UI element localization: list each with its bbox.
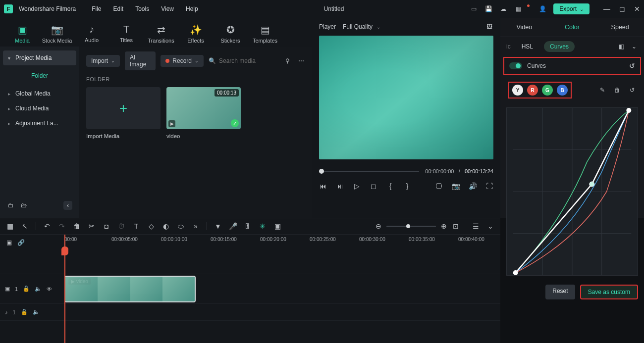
auto-beat-icon[interactable]: ✳ — [259, 222, 267, 230]
grid-icon[interactable]: ▦ — [6, 222, 14, 230]
prev-frame-icon[interactable]: ⏮ — [319, 182, 327, 190]
mark-in-icon[interactable]: { — [386, 182, 394, 190]
tab-transitions[interactable]: ⇄Transitions — [144, 21, 178, 47]
menu-edit[interactable]: Edit — [113, 5, 124, 12]
undo-icon[interactable]: ↶ — [43, 222, 51, 230]
sidebar-adjustment-layer[interactable]: ▸Adjustment La... — [3, 116, 76, 131]
list-view-icon[interactable]: ☰ — [472, 222, 480, 230]
track-lane-spacer[interactable] — [64, 251, 500, 274]
reset-button[interactable]: Reset — [545, 285, 575, 299]
curves-graph[interactable] — [506, 107, 638, 276]
delete-icon[interactable]: 🗑 — [73, 222, 81, 230]
step-back-icon[interactable]: ⏯ — [336, 182, 344, 190]
user-icon[interactable]: 👤 — [538, 5, 546, 13]
delete-point-icon[interactable]: 🗑 — [613, 86, 621, 94]
menu-help[interactable]: Help — [186, 5, 198, 12]
audio-track-lane[interactable] — [64, 304, 500, 321]
fullscreen-icon[interactable]: ⛶ — [485, 182, 493, 190]
tab-stock-media[interactable]: 📷Stock Media — [40, 21, 74, 47]
export-button[interactable]: Export ⌄ — [553, 3, 590, 14]
tab-video[interactable]: Video — [500, 18, 548, 37]
reset-icon[interactable]: ↺ — [628, 86, 636, 94]
tab-color[interactable]: Color — [548, 18, 596, 37]
subtab-curves[interactable]: Curves — [544, 41, 575, 52]
video-track-header[interactable]: ▣ 1 🔓 🔈 👁 — [0, 274, 64, 304]
zoom-out-icon[interactable]: ⊖ — [375, 222, 382, 230]
tab-titles[interactable]: TTitles — [109, 21, 144, 47]
import-media-tile[interactable]: + Import Media — [86, 87, 161, 139]
sidebar-cloud-media[interactable]: ▸Cloud Media — [3, 101, 76, 116]
track-lock-icon[interactable]: 🔓 — [23, 286, 30, 292]
save-icon[interactable]: 💾 — [484, 5, 492, 13]
close-icon[interactable]: ✕ — [634, 5, 640, 13]
channel-green[interactable]: G — [542, 85, 553, 96]
cut-icon[interactable]: ✂ — [88, 222, 96, 230]
compare-icon[interactable]: ◧ — [617, 43, 625, 50]
menu-file[interactable]: File — [92, 5, 101, 12]
track-mute-icon[interactable]: 🔈 — [33, 309, 40, 315]
link-icon[interactable]: 🔗 — [17, 239, 25, 246]
curves-toggle[interactable] — [509, 62, 522, 69]
zoom-slider[interactable] — [386, 226, 436, 227]
playhead[interactable] — [64, 235, 65, 343]
scrub-track[interactable] — [319, 171, 419, 172]
tab-audio[interactable]: ♪Audio — [74, 21, 109, 47]
minimize-icon[interactable]: — — [603, 5, 610, 13]
menu-tools[interactable]: Tools — [135, 5, 149, 12]
scrub-knob[interactable] — [319, 169, 324, 174]
play-icon[interactable]: ▷ — [353, 182, 361, 190]
speed-tool-icon[interactable]: ⏱ — [117, 222, 125, 230]
subtab-basic[interactable]: ic — [506, 43, 511, 50]
menu-view[interactable]: View — [161, 5, 174, 12]
audio-track-header[interactable]: ♪ 1 🔓 🔈 — [0, 304, 64, 321]
volume-icon[interactable]: 🔊 — [469, 182, 477, 190]
channel-red[interactable]: R — [527, 85, 538, 96]
maximize-icon[interactable]: ◻ — [619, 5, 625, 13]
chevron-down-icon[interactable]: ⌄ — [630, 43, 638, 50]
new-bin-icon[interactable]: 🗁 — [20, 201, 28, 209]
more-tools-icon[interactable]: » — [192, 222, 200, 230]
video-preview[interactable] — [319, 36, 493, 159]
mic-icon[interactable]: 🎤 — [229, 222, 237, 230]
render-icon[interactable]: ▣ — [273, 222, 281, 230]
timeline-clip[interactable]: ▶video — [64, 276, 196, 302]
quality-dropdown[interactable]: Full Quality⌄ — [343, 23, 380, 30]
track-mute-icon[interactable]: 🔈 — [35, 286, 42, 292]
zoom-fit-icon[interactable]: ⊡ — [452, 222, 460, 230]
camera-icon[interactable]: 📷 — [452, 182, 460, 190]
eyedropper-icon[interactable]: ✎ — [598, 86, 606, 94]
video-track-lane[interactable]: ▶video — [64, 274, 500, 304]
sidebar-global-media[interactable]: ▸Global Media — [3, 86, 76, 101]
tab-speed[interactable]: Speed — [596, 18, 644, 37]
search-field[interactable]: 🔍 — [209, 57, 278, 64]
new-folder-icon[interactable]: 🗀 — [7, 201, 15, 209]
zoom-in-icon[interactable]: ⊕ — [440, 222, 448, 230]
track-lock-icon[interactable]: 🔓 — [21, 309, 28, 315]
track-visible-icon[interactable]: 👁 — [47, 286, 52, 292]
settings-icon[interactable]: ⌄ — [486, 222, 494, 230]
mark-out-icon[interactable]: } — [403, 182, 411, 190]
sidebar-project-media[interactable]: ▾Project Media — [3, 50, 76, 65]
track-settings-icon[interactable]: ▣ — [5, 239, 13, 246]
save-as-custom-button[interactable]: Save as custom — [580, 285, 638, 299]
tab-stickers[interactable]: ✪Stickers — [213, 21, 248, 47]
subtab-hsl[interactable]: HSL — [516, 41, 539, 52]
redo-icon[interactable]: ↷ — [58, 222, 66, 230]
mask-tool-icon[interactable]: ⬭ — [177, 222, 185, 230]
search-input[interactable] — [219, 57, 278, 64]
marker-tool-icon[interactable]: ▼ — [214, 222, 222, 230]
sidebar-collapse-icon[interactable]: ‹ — [63, 201, 72, 210]
tab-media[interactable]: ▣Media — [5, 21, 40, 47]
select-tool-icon[interactable]: ↖ — [21, 222, 29, 230]
crop-icon[interactable]: ◘ — [103, 222, 110, 230]
tab-effects[interactable]: ✨Effects — [178, 21, 213, 47]
import-button[interactable]: Import⌄ — [86, 55, 120, 67]
media-clip-tile[interactable]: 00:00:13 ▶ ✓ video — [166, 87, 241, 139]
reset-curves-icon[interactable]: ↺ — [629, 62, 635, 70]
more-icon[interactable]: ⋯ — [297, 57, 305, 65]
text-tool-icon[interactable]: T — [132, 222, 140, 230]
ai-image-button[interactable]: AI Image — [125, 51, 156, 70]
color-tool-icon[interactable]: ◐ — [162, 222, 170, 230]
tab-templates[interactable]: ▤Templates — [248, 21, 282, 47]
cloud-icon[interactable]: ☁ — [499, 5, 507, 13]
